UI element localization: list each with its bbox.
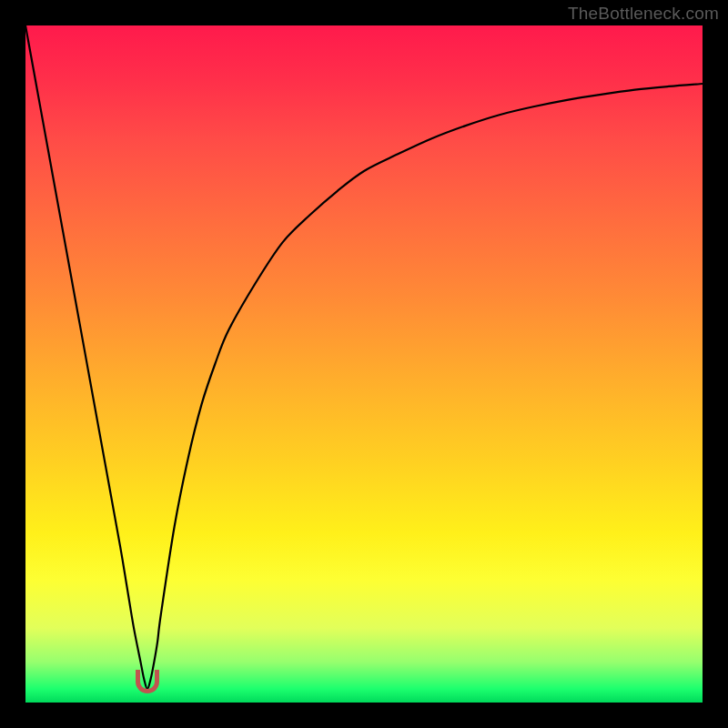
attribution-text: TheBottleneck.com [568, 4, 719, 24]
bottleneck-curve [25, 25, 703, 689]
chart-container: TheBottleneck.com [0, 0, 728, 728]
curve-layer [25, 25, 703, 703]
optimum-marker [136, 670, 160, 693]
plot-background-gradient [25, 25, 703, 703]
